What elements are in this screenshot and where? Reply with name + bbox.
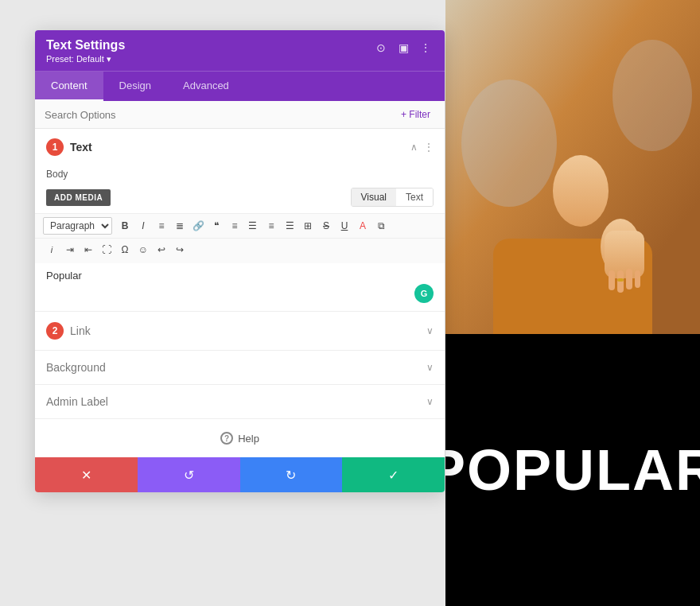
omega-button[interactable]: Ω [116,241,134,258]
text-button[interactable]: Text [396,188,433,206]
link-section-header[interactable]: 2 Link ∨ [35,312,445,350]
step1-badge: 1 [46,138,64,156]
svg-rect-6 [609,270,615,290]
admin-label-section-header[interactable]: Admin Label ∨ [35,385,445,418]
grammarly-button[interactable]: G [414,284,434,303]
background-chevron-icon: ∨ [426,362,434,373]
paragraph-select[interactable]: Paragraph [43,217,112,235]
popular-banner: POPULAR [445,334,700,606]
visual-button[interactable]: Visual [352,188,396,206]
admin-label-section: Admin Label ∨ [35,385,445,419]
link-chevron-icon: ∨ [426,325,434,336]
help-row: ? Help [35,419,445,457]
link-section-title: Link [70,324,91,337]
text-section: 1 Text ∧ ⋮ Body ADD MEDIA Visual Text [35,129,445,312]
bold-button[interactable]: B [116,217,134,235]
add-media-row: ADD MEDIA Visual Text [35,185,445,213]
text-section-header[interactable]: 1 Text ∧ ⋮ [35,129,445,165]
background-image-area: POPULAR [445,0,700,606]
background-section-header[interactable]: Background ∨ [35,351,445,384]
redo-editor-button[interactable]: ↪ [171,241,189,258]
svg-rect-10 [617,278,624,282]
underline-button[interactable]: U [336,217,353,235]
panel-header-left: Text Settings Preset: Default ▾ [46,38,125,64]
save-button[interactable]: ✓ [342,457,445,492]
editor-area[interactable]: Popular G [35,263,445,311]
panel-title: Text Settings [46,38,125,52]
step2-badge: 2 [46,322,64,340]
photo-top [445,0,700,334]
search-input[interactable] [45,109,396,121]
panel-header: Text Settings Preset: Default ▾ ⊙ ▣ ⋮ [35,30,445,71]
ul-button[interactable]: ≡ [153,217,170,235]
blockquote-button[interactable]: ❝ [208,217,225,235]
italic-button[interactable]: I [134,217,152,235]
tab-advanced[interactable]: Advanced [167,72,245,101]
align-center-button[interactable]: ☰ [244,217,262,235]
tab-content[interactable]: Content [35,72,103,101]
italic2-button[interactable]: i [43,241,60,258]
copy-icon[interactable]: ▣ [395,40,411,56]
panel-preset: Preset: Default ▾ [46,54,125,64]
strikethrough-button[interactable]: S [317,217,335,235]
text-section-title: Text [70,141,92,153]
popular-text: POPULAR [445,437,700,503]
body-label: Body [35,165,445,185]
paste-button[interactable]: ⧉ [372,217,390,235]
tab-bar: Content Design Advanced [35,71,445,101]
svg-point-11 [461,80,557,207]
toolbar-row-1: Paragraph B I ≡ ≣ 🔗 ❝ ≡ ☰ ≡ ☰ ⊞ S U A ⧉ [35,213,445,239]
undo-button[interactable]: ↺ [138,457,240,492]
panel-header-icons: ⊙ ▣ ⋮ [373,40,434,56]
visual-text-toggle: Visual Text [351,188,434,207]
indent-button[interactable]: ⇥ [61,241,79,258]
help-icon[interactable]: ? [220,432,233,445]
link-section: 2 Link ∨ [35,312,445,351]
toolbar-row-2: i ⇥ ⇤ ⛶ Ω ☺ ↩ ↪ [35,239,445,263]
help-label[interactable]: Help [238,433,259,445]
background-section-title: Background [46,361,106,374]
add-media-button[interactable]: ADD MEDIA [46,189,111,206]
link-button[interactable]: 🔗 [189,217,207,235]
content-area: 1 Text ∧ ⋮ Body ADD MEDIA Visual Text [35,129,445,457]
target-icon[interactable]: ⊙ [373,40,389,56]
admin-chevron-icon: ∨ [426,396,434,407]
more-section-icon[interactable]: ⋮ [424,142,434,153]
editor-content: Popular [46,270,434,282]
redo-button[interactable]: ↻ [240,457,343,492]
align-left-button[interactable]: ≡ [226,217,243,235]
tab-design[interactable]: Design [103,72,167,101]
table-button[interactable]: ⊞ [299,217,317,235]
svg-point-3 [553,155,609,227]
section-header-icons: ∧ ⋮ [410,142,434,153]
emoji-button[interactable]: ☺ [134,241,152,258]
svg-rect-9 [635,270,640,288]
panel-footer: ✕ ↺ ↻ ✓ [35,457,445,492]
text-settings-panel: Text Settings Preset: Default ▾ ⊙ ▣ ⋮ Co… [35,30,445,492]
svg-rect-8 [626,269,632,289]
undo-editor-button[interactable]: ↩ [153,241,170,258]
fullscreen-button[interactable]: ⛶ [98,241,115,258]
search-bar: + Filter [35,101,445,129]
outdent-button[interactable]: ⇤ [80,241,97,258]
align-right-button[interactable]: ≡ [262,217,280,235]
admin-label-title: Admin Label [46,395,108,408]
cancel-button[interactable]: ✕ [35,457,138,492]
more-icon[interactable]: ⋮ [418,40,434,56]
svg-point-12 [612,40,692,151]
background-section: Background ∨ [35,351,445,385]
align-justify-button[interactable]: ☰ [281,217,298,235]
filter-button[interactable]: + Filter [396,107,435,122]
collapse-icon[interactable]: ∧ [410,142,418,153]
ol-button[interactable]: ≣ [171,217,189,235]
color-button[interactable]: A [354,217,371,235]
